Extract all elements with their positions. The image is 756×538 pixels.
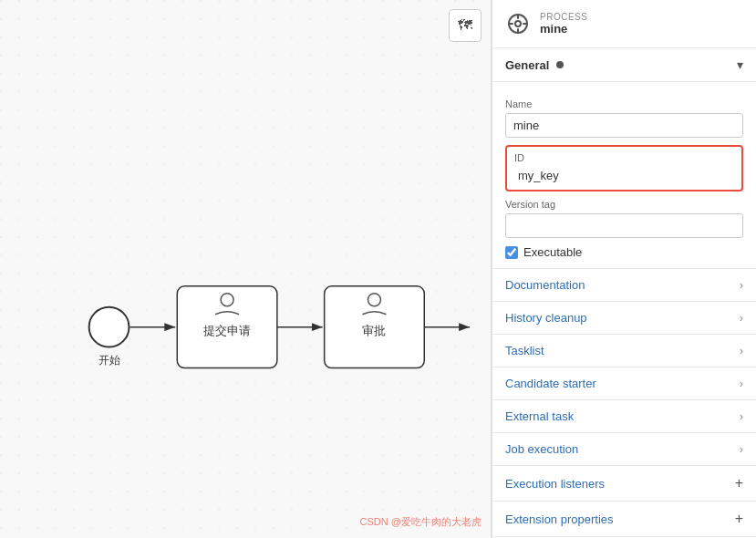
svg-text:审批: 审批 (362, 324, 386, 337)
name-input[interactable] (505, 113, 743, 138)
collapsible-label-4: External task (505, 409, 574, 423)
collapsible-row-7[interactable]: Extension properties+ (492, 502, 756, 537)
svg-text:开始: 开始 (98, 354, 120, 367)
arrow-right-icon-0: › (740, 278, 743, 292)
collapsible-label-5: Job execution (505, 442, 578, 456)
name-label: Name (505, 98, 743, 109)
collapsible-right-0: › (740, 278, 743, 292)
version-tag-input[interactable] (505, 213, 743, 238)
collapsible-label-1: History cleanup (505, 311, 587, 325)
svg-text:提交申请: 提交申请 (203, 324, 251, 337)
general-section-header[interactable]: General ▾ (492, 48, 756, 82)
collapsible-label-0: Documentation (505, 278, 585, 292)
executable-row: Executable (505, 245, 743, 259)
collapsible-row-2[interactable]: Tasklist› (492, 335, 756, 367)
collapsible-right-2: › (740, 344, 743, 357)
section-dot (556, 61, 564, 68)
collapsible-row-4[interactable]: External task› (492, 400, 756, 433)
arrow-right-icon-4: › (740, 409, 743, 423)
panel-subtitle: PROCESS (540, 12, 587, 22)
collapsible-row-6[interactable]: Execution listeners+ (492, 466, 756, 502)
name-field-group: Name (505, 98, 743, 138)
arrow-right-icon-2: › (740, 344, 743, 357)
canvas-area: 🗺 开始 提交申请 审批 (0, 0, 492, 538)
version-tag-field-group: Version tag (505, 199, 743, 238)
collapsible-right-7: + (735, 511, 743, 527)
collapsible-right-6: + (735, 475, 743, 491)
form-section: Name ID Version tag Executable (492, 82, 756, 269)
arrow-right-icon-5: › (740, 442, 743, 456)
panel-header: PROCESS mine (492, 0, 756, 48)
panel-header-texts: PROCESS mine (540, 12, 587, 36)
arrow-right-icon-1: › (740, 311, 743, 325)
collapsible-label-2: Tasklist (505, 344, 544, 357)
section-header-left: General (505, 58, 564, 72)
section-title: General (505, 58, 549, 72)
collapsible-label-7: Extension properties (505, 512, 614, 526)
id-field-group: ID (505, 145, 743, 191)
bpmn-diagram: 开始 提交申请 审批 (0, 0, 491, 536)
right-panel: PROCESS mine General ▾ Name ID Version t… (492, 0, 756, 538)
collapsible-right-5: › (740, 442, 743, 456)
collapsible-row-0[interactable]: Documentation› (492, 269, 756, 302)
collapsible-right-4: › (740, 409, 743, 423)
collapsible-row-3[interactable]: Candidate starter› (492, 367, 756, 400)
svg-point-2 (89, 307, 129, 347)
collapsible-right-3: › (740, 377, 743, 390)
collapsible-rows: Documentation›History cleanup›Tasklist›C… (492, 269, 756, 537)
version-tag-label: Version tag (505, 199, 743, 210)
panel-title: mine (540, 22, 587, 36)
collapsible-label-3: Candidate starter (505, 377, 596, 390)
collapsible-row-5[interactable]: Job execution› (492, 433, 756, 466)
id-label: ID (514, 152, 734, 163)
plus-icon-6[interactable]: + (735, 475, 743, 491)
arrow-right-icon-3: › (740, 377, 743, 390)
svg-point-15 (515, 21, 521, 26)
process-icon (505, 11, 531, 36)
collapsible-label-6: Execution listeners (505, 477, 605, 491)
collapsible-right-1: › (740, 311, 743, 325)
id-input[interactable] (514, 167, 734, 184)
plus-icon-7[interactable]: + (735, 511, 743, 527)
svg-rect-1 (0, 0, 491, 536)
watermark: CSDN @爱吃牛肉的大老虎 (360, 515, 482, 529)
chevron-down-icon: ▾ (737, 57, 743, 72)
executable-label[interactable]: Executable (523, 245, 582, 259)
collapsible-row-1[interactable]: History cleanup› (492, 302, 756, 335)
executable-checkbox[interactable] (505, 246, 518, 259)
